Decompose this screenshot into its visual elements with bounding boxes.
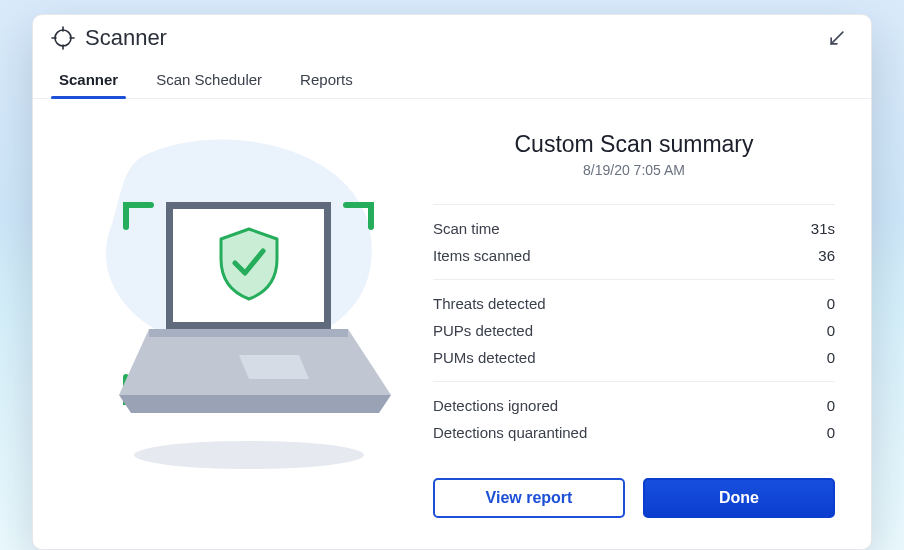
svg-marker-10 — [119, 395, 391, 413]
stat-value: 0 — [827, 322, 835, 339]
stat-value: 31s — [811, 220, 835, 237]
panel-content: Custom Scan summary 8/19/20 7:05 AM Scan… — [33, 99, 871, 549]
stat-detections-ignored: Detections ignored 0 — [433, 392, 835, 419]
svg-marker-9 — [239, 355, 309, 379]
stat-value: 0 — [827, 424, 835, 441]
stat-value: 0 — [827, 295, 835, 312]
action-row: View report Done — [433, 478, 835, 518]
panel-header: Scanner — [33, 15, 871, 65]
stat-scan-time: Scan time 31s — [433, 215, 835, 242]
illustration — [61, 127, 411, 521]
view-report-button[interactable]: View report — [433, 478, 625, 518]
crosshair-icon — [51, 26, 75, 50]
stat-group-actions: Detections ignored 0 Detections quaranti… — [433, 381, 835, 456]
stat-label: Threats detected — [433, 295, 546, 312]
stat-threats-detected: Threats detected 0 — [433, 290, 835, 317]
stat-label: PUMs detected — [433, 349, 536, 366]
stat-detections-quarantined: Detections quarantined 0 — [433, 419, 835, 446]
stat-group-detections: Threats detected 0 PUPs detected 0 PUMs … — [433, 279, 835, 381]
scanner-panel: Scanner Scanner Scan Scheduler Reports — [32, 14, 872, 550]
stat-pums-detected: PUMs detected 0 — [433, 344, 835, 371]
stat-pups-detected: PUPs detected 0 — [433, 317, 835, 344]
stat-value: 0 — [827, 397, 835, 414]
panel-title: Scanner — [85, 25, 827, 51]
stat-label: Items scanned — [433, 247, 531, 264]
stat-label: Scan time — [433, 220, 500, 237]
stat-group-basic: Scan time 31s Items scanned 36 — [433, 204, 835, 279]
collapse-icon[interactable] — [827, 28, 847, 48]
stat-label: PUPs detected — [433, 322, 533, 339]
stat-value: 0 — [827, 349, 835, 366]
summary-timestamp: 8/19/20 7:05 AM — [433, 162, 835, 178]
stat-items-scanned: Items scanned 36 — [433, 242, 835, 269]
done-button[interactable]: Done — [643, 478, 835, 518]
summary-title: Custom Scan summary — [433, 131, 835, 158]
tabs: Scanner Scan Scheduler Reports — [33, 65, 871, 99]
stat-label: Detections ignored — [433, 397, 558, 414]
summary: Custom Scan summary 8/19/20 7:05 AM Scan… — [433, 127, 835, 521]
stat-label: Detections quarantined — [433, 424, 587, 441]
tab-reports[interactable]: Reports — [294, 65, 359, 98]
svg-point-0 — [55, 30, 71, 46]
tab-scanner[interactable]: Scanner — [53, 65, 124, 98]
svg-point-11 — [134, 441, 364, 469]
svg-marker-8 — [149, 329, 348, 337]
tab-scan-scheduler[interactable]: Scan Scheduler — [150, 65, 268, 98]
stat-value: 36 — [818, 247, 835, 264]
